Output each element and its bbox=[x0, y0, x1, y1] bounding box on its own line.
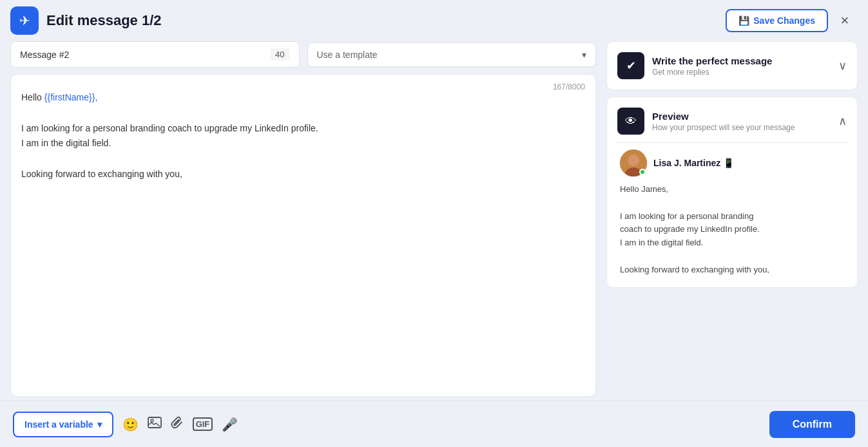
greeting-text: Hello bbox=[21, 92, 44, 102]
online-indicator bbox=[639, 169, 646, 175]
header: ✈ Edit message 1/2 💾 Save Changes × bbox=[0, 0, 868, 41]
preview-left: 👁 Preview How your prospect will see you… bbox=[617, 108, 795, 135]
page-title: Edit message 1/2 bbox=[46, 12, 162, 29]
left-panel: Message #2 40 Use a template ▾ 167/8000 … bbox=[10, 41, 596, 397]
collapse-preview-icon[interactable]: ∧ bbox=[838, 114, 847, 128]
write-perfect-icon: ✔ bbox=[617, 52, 644, 79]
avatar bbox=[620, 149, 647, 176]
emoji-icon[interactable]: 🙂 bbox=[122, 417, 139, 432]
preview-msg-line2: coach to upgrade my LinkedIn profile. bbox=[620, 223, 844, 236]
write-perfect-title: Write the perfect message bbox=[652, 55, 772, 66]
char-count-badge: 40 bbox=[270, 48, 289, 61]
message-label-box: Message #2 40 bbox=[10, 41, 300, 68]
insert-variable-chevron-icon: ▾ bbox=[97, 419, 102, 430]
main-layout: Message #2 40 Use a template ▾ 167/8000 … bbox=[0, 41, 868, 397]
char-counter-top: 167/8000 bbox=[553, 82, 585, 91]
preview-header: 👁 Preview How your prospect will see you… bbox=[617, 108, 847, 135]
insert-variable-button[interactable]: Insert a variable ▾ bbox=[13, 412, 113, 437]
message-line3: Looking forward to exchanging with you, bbox=[21, 167, 585, 182]
message-content: Hello {{firstName}}, I am looking for a … bbox=[21, 90, 585, 182]
preview-msg-line1: I am looking for a personal branding bbox=[620, 210, 844, 224]
preview-card: 👁 Preview How your prospect will see you… bbox=[606, 97, 858, 288]
mic-icon[interactable]: 🎤 bbox=[222, 417, 238, 432]
toolbar-icons: 🙂 GIF 🎤 bbox=[122, 415, 238, 433]
write-perfect-header: ✔ Write the perfect message Get more rep… bbox=[617, 52, 847, 79]
toolbar-left: Insert a variable ▾ 🙂 GIF 🎤 bbox=[13, 412, 238, 437]
close-button[interactable]: × bbox=[834, 10, 855, 31]
write-perfect-text: Write the perfect message Get more repli… bbox=[652, 55, 772, 77]
preview-icon: 👁 bbox=[617, 108, 644, 135]
svg-point-1 bbox=[628, 155, 639, 166]
toolbar-row: Message #2 40 Use a template ▾ bbox=[10, 41, 596, 68]
collapse-write-perfect-icon[interactable]: ∨ bbox=[838, 59, 847, 73]
preview-message-text: Hello James, I am looking for a personal… bbox=[620, 183, 844, 277]
message-line2: I am in the digital field. bbox=[21, 136, 585, 151]
message-editor[interactable]: 167/8000 Hello {{firstName}}, I am looki… bbox=[10, 74, 596, 397]
save-changes-button[interactable]: 💾 Save Changes bbox=[726, 9, 828, 32]
logo-icon: ✈ bbox=[10, 6, 39, 35]
header-right: 💾 Save Changes × bbox=[726, 9, 855, 32]
preview-msg-line4: Looking forward to exchanging with you, bbox=[620, 263, 844, 277]
message-label: Message #2 bbox=[20, 50, 69, 60]
insert-variable-label: Insert a variable bbox=[24, 419, 93, 430]
right-panel: ✔ Write the perfect message Get more rep… bbox=[606, 41, 858, 397]
preview-subtitle: How your prospect will see your message bbox=[652, 123, 795, 132]
message-line1: I am looking for a personal branding coa… bbox=[21, 121, 585, 137]
preview-msg-line3: I am in the digital field. bbox=[620, 236, 844, 250]
preview-title: Preview bbox=[652, 111, 795, 122]
svg-point-4 bbox=[151, 419, 153, 422]
preview-message-area: Lisa J. Martinez 📱 Hello James, I am loo… bbox=[617, 149, 847, 277]
variable-firstName: {{firstName}}, bbox=[44, 92, 98, 102]
save-icon: 💾 bbox=[738, 15, 749, 26]
attachment-icon[interactable] bbox=[171, 416, 184, 432]
preview-user-row: Lisa J. Martinez 📱 bbox=[620, 149, 844, 176]
image-icon[interactable] bbox=[148, 415, 162, 433]
bottom-toolbar: Insert a variable ▾ 🙂 GIF 🎤 Confirm bbox=[0, 401, 868, 447]
confirm-button[interactable]: Confirm bbox=[769, 411, 855, 438]
preview-divider bbox=[617, 142, 847, 143]
preview-msg-greeting: Hello James, bbox=[620, 183, 844, 196]
chevron-down-icon: ▾ bbox=[582, 50, 586, 60]
write-perfect-card: ✔ Write the perfect message Get more rep… bbox=[606, 41, 858, 90]
preview-text: Preview How your prospect will see your … bbox=[652, 111, 795, 132]
header-left: ✈ Edit message 1/2 bbox=[10, 6, 162, 35]
write-perfect-left: ✔ Write the perfect message Get more rep… bbox=[617, 52, 772, 79]
gif-icon[interactable]: GIF bbox=[193, 417, 213, 431]
write-perfect-subtitle: Get more replies bbox=[652, 68, 772, 77]
template-dropdown[interactable]: Use a template ▾ bbox=[307, 43, 597, 67]
preview-user-name: Lisa J. Martinez 📱 bbox=[653, 158, 734, 168]
template-label: Use a template bbox=[317, 50, 378, 60]
